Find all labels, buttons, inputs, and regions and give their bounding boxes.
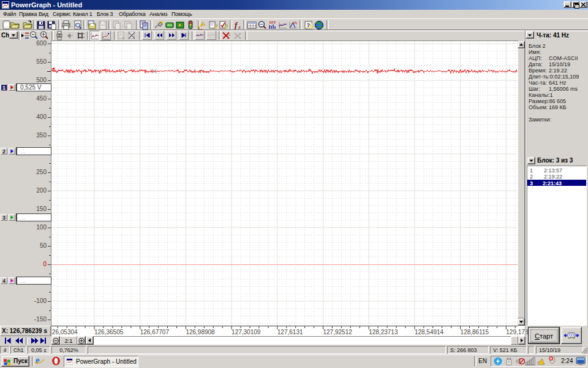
svg-text:126,05304: 126,05304 [48,329,78,335]
svg-text:127,92512: 127,92512 [323,329,353,335]
svg-text:?: ? [307,22,311,28]
svg-text:126,98908: 126,98908 [186,329,215,335]
svg-text:My: My [293,21,298,25]
svg-text:0: 0 [68,33,71,39]
svg-text:128,54914: 128,54914 [415,329,444,335]
svg-text:126,36505: 126,36505 [94,329,124,335]
svg-text:x: x [238,24,241,30]
svg-text:128,86115: 128,86115 [461,329,489,335]
svg-text:127,30109: 127,30109 [232,329,261,335]
svg-text:127,6131: 127,6131 [277,329,303,335]
svg-text:FFT: FFT [270,21,276,25]
svg-text:126,67707: 126,67707 [140,329,170,335]
svg-text:128,23713: 128,23713 [369,329,398,335]
